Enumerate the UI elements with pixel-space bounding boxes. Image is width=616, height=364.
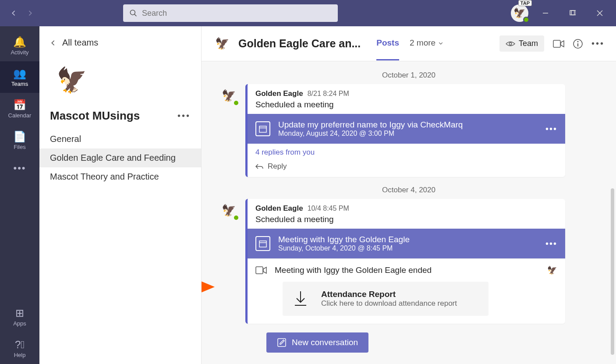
video-icon (255, 266, 267, 274)
team-sidebar: All teams 🦅 Mascot MUsings ••• General G… (39, 26, 202, 364)
chevron-down-icon (438, 41, 444, 46)
svg-point-10 (577, 41, 578, 42)
app-rail: 🔔Activity 👥Teams 📅Calendar 📄Files ••• ⊞A… (0, 26, 39, 364)
svg-line-1 (135, 14, 137, 16)
file-icon: 📄 (13, 131, 26, 143)
search-icon (129, 9, 138, 18)
rail-teams[interactable]: 👥Teams (0, 61, 39, 93)
compose-icon (277, 338, 287, 347)
tab-posts[interactable]: Posts (376, 27, 399, 60)
presence-available-icon (523, 17, 529, 23)
rail-activity[interactable]: 🔔Activity (0, 30, 39, 61)
scrollbar[interactable] (611, 188, 614, 355)
attendee-avatar[interactable]: 🦅 (547, 265, 557, 276)
meet-now-button[interactable] (553, 40, 564, 48)
nav-back[interactable] (7, 7, 20, 20)
rail-calendar[interactable]: 📅Calendar (0, 93, 39, 124)
post-author: Golden Eagle (255, 204, 303, 212)
svg-rect-16 (256, 267, 263, 274)
calendar-icon (255, 121, 270, 136)
author-avatar[interactable]: 🦅 (219, 201, 238, 220)
channel-title: Golden Eagle Care an... (238, 37, 361, 50)
people-icon: 👥 (13, 67, 26, 80)
rail-help[interactable]: ?⃝Help (0, 332, 39, 364)
svg-point-0 (131, 10, 135, 15)
svg-rect-4 (571, 11, 576, 15)
minimize-button[interactable] (535, 4, 556, 22)
svg-point-7 (509, 42, 512, 45)
presence-available-icon (233, 100, 239, 106)
help-icon: ?⃝ (15, 339, 25, 351)
tab-more[interactable]: 2 more (410, 27, 444, 60)
team-avatar: 🦅 (50, 58, 94, 102)
post: 🦅 Golden Eagle8/21 8:24 PM Scheduled a m… (219, 84, 598, 177)
svg-rect-19 (278, 339, 286, 346)
all-teams-back[interactable]: All teams (39, 33, 201, 52)
search-input[interactable] (142, 9, 332, 18)
meeting-time: Sunday, October 4, 2020 @ 8:45 PM (278, 244, 410, 252)
post-action-text: Scheduled a meeting (248, 100, 565, 114)
meeting-title: Meeting with Iggy the Golden Eagle (278, 235, 410, 244)
date-divider: October 4, 2020 (219, 181, 598, 199)
profile-avatar[interactable]: TAP 🦅 (511, 4, 528, 22)
attendance-report-download[interactable]: Attendance Report Click here to download… (283, 282, 489, 316)
rail-files[interactable]: 📄Files (0, 124, 39, 156)
attendance-subtitle: Click here to download attendance report (321, 299, 457, 308)
eye-icon (506, 40, 515, 47)
chevron-left-icon (50, 40, 56, 46)
meeting-card[interactable]: Update my preferred name to Iggy via Che… (248, 114, 565, 144)
info-button[interactable] (573, 39, 583, 49)
close-button[interactable] (590, 4, 610, 22)
maximize-button[interactable] (563, 4, 583, 22)
team-more-options[interactable]: ••• (177, 111, 191, 121)
meeting-title: Update my preferred name to Iggy via Che… (278, 120, 463, 130)
team-view-button[interactable]: Team (499, 35, 544, 52)
reply-icon (255, 163, 263, 170)
channel-more-options[interactable]: ••• (591, 39, 605, 49)
presence-available-icon (233, 215, 239, 221)
tap-badge: TAP (518, 0, 532, 6)
attendance-title: Attendance Report (321, 290, 457, 299)
svg-rect-3 (570, 11, 574, 15)
nav-forward[interactable] (24, 7, 37, 20)
calendar-icon (255, 236, 270, 251)
channel-general[interactable]: General (39, 130, 201, 148)
download-icon (293, 290, 308, 307)
channel-header: 🦅 Golden Eagle Care an... Posts 2 more T… (202, 26, 616, 61)
meeting-more-options[interactable]: ••• (545, 239, 557, 249)
post-author: Golden Eagle (255, 89, 303, 98)
posts-feed: October 1, 2020 🦅 Golden Eagle8/21 8:24 … (202, 61, 616, 364)
new-conversation-button[interactable]: New conversation (266, 332, 368, 353)
svg-rect-8 (553, 40, 560, 47)
reply-button[interactable]: Reply (248, 159, 565, 177)
channel-avatar: 🦅 (213, 35, 231, 53)
channel-mascot-theory[interactable]: Mascot Theory and Practice (39, 167, 201, 186)
post-action-text: Scheduled a meeting (248, 215, 565, 229)
calendar-icon: 📅 (13, 99, 26, 111)
svg-rect-12 (259, 126, 266, 132)
apps-icon: ⊞ (15, 307, 24, 319)
meeting-time: Monday, August 24, 2020 @ 3:00 PM (278, 130, 463, 138)
bell-icon: 🔔 (13, 36, 26, 48)
meeting-ended-row: Meeting with Iggy the Golden Eagle ended… (248, 258, 565, 282)
post-timestamp: 10/4 8:45 PM (308, 205, 349, 212)
post: 🦅 Golden Eagle10/4 8:45 PM Scheduled a m… (219, 199, 598, 324)
rail-more[interactable]: ••• (0, 156, 39, 180)
meeting-card[interactable]: Meeting with Iggy the Golden Eagle Sunda… (248, 229, 565, 258)
author-avatar[interactable]: 🦅 (219, 86, 238, 105)
svg-rect-14 (259, 241, 266, 247)
date-divider: October 1, 2020 (219, 67, 598, 84)
post-timestamp: 8/21 8:24 PM (308, 90, 349, 97)
rail-apps[interactable]: ⊞Apps (0, 301, 39, 332)
replies-link[interactable]: 4 replies from you (248, 144, 565, 159)
search-box[interactable] (123, 4, 338, 22)
meeting-more-options[interactable]: ••• (545, 124, 557, 134)
team-name: Mascot MUsings (50, 109, 140, 123)
channel-golden-eagle-care[interactable]: Golden Eagle Care and Feeding (39, 148, 201, 167)
